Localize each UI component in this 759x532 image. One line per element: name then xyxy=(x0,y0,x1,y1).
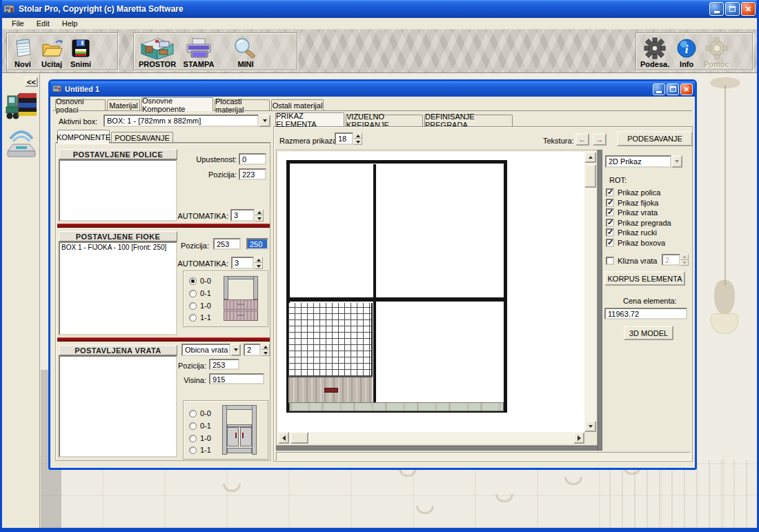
minimize-button[interactable] xyxy=(709,2,724,16)
vrata-radio-group: 0-0 0-1 1-0 1-1 xyxy=(183,400,268,460)
razmera-label: Razmera prikaza: xyxy=(279,137,339,145)
cabinet-vertical-divider xyxy=(373,164,377,403)
vrata-visina-label: Visina: xyxy=(177,376,206,384)
vrata-radio-0-0[interactable] xyxy=(189,410,197,417)
police-automatika-up[interactable] xyxy=(255,209,264,215)
vrata-visina-field[interactable]: 915 xyxy=(209,373,264,384)
document-close-button[interactable]: ✕ xyxy=(680,83,693,95)
cabinet-drawer-grid xyxy=(288,303,373,376)
prikaz-polica-checkbox[interactable] xyxy=(606,188,614,197)
document-maximize-button[interactable] xyxy=(667,83,679,95)
tab-vizuelno-kreiranje[interactable]: VIZUELNO KREIRANJE xyxy=(346,115,423,126)
novi-button[interactable]: Novi xyxy=(11,35,34,68)
ucitaj-button[interactable]: Ucitaj xyxy=(40,35,63,68)
vrata-radio-1-1[interactable] xyxy=(189,446,197,454)
vscroll-up-button[interactable] xyxy=(584,152,596,163)
vertical-splitter[interactable] xyxy=(598,150,602,451)
tab-definisanje-pregrada[interactable]: DEFINISANJE PREGRADA xyxy=(424,115,513,126)
tekstura-prev-button[interactable]: ← xyxy=(575,133,589,146)
vrata-count-down[interactable] xyxy=(261,350,270,356)
fioke-radio-1-1[interactable] xyxy=(189,314,197,322)
prikaz-rucki-label: Prikaz rucki xyxy=(618,228,657,237)
fioke-pozicija-field[interactable]: 253 xyxy=(213,238,241,250)
razmera-down[interactable] xyxy=(353,139,362,145)
fioke-radio-0-0[interactable] xyxy=(189,277,197,285)
tab-plocasti-materijal[interactable]: Plocasti materijal xyxy=(215,99,270,111)
klizna-vrata-checkbox[interactable] xyxy=(606,257,614,265)
razmera-value[interactable]: 18 xyxy=(335,132,353,145)
menu-file[interactable]: File xyxy=(6,19,30,28)
prikaz-fijoka-checkbox[interactable] xyxy=(606,199,614,207)
aktivni-box-arrow[interactable] xyxy=(259,115,270,127)
vrata-count-value[interactable]: 2 xyxy=(244,344,261,356)
forklift-icon[interactable] xyxy=(5,89,38,128)
fioke-automatika-value[interactable]: 3 xyxy=(231,257,254,269)
tab-ostali-materijal[interactable]: Ostali materijal xyxy=(271,99,324,111)
fioke-front-field[interactable]: 250 xyxy=(246,238,268,250)
fioke-radio-1-1-label: 1-1 xyxy=(200,313,211,322)
vscroll-thumb[interactable] xyxy=(584,164,596,188)
snimi-button[interactable]: Snimi xyxy=(69,35,92,68)
vrata-type-arrow[interactable] xyxy=(230,344,241,356)
fioke-radio-0-1[interactable] xyxy=(189,290,197,297)
vrata-count-up[interactable] xyxy=(261,344,270,350)
prikaz-page: Razmera prikaza: 18 Tekstura: ← → PODESA… xyxy=(273,126,693,462)
model-3d-button[interactable]: 3D MODEL xyxy=(624,326,673,340)
close-button[interactable]: ✕ xyxy=(741,2,756,16)
tab-osnovne-komponente[interactable]: Osnovne Komponente xyxy=(141,97,213,111)
hscroll-thumb[interactable] xyxy=(290,432,308,444)
notepad-icon xyxy=(11,37,34,59)
sidebar-collapse-button[interactable]: << xyxy=(25,77,38,87)
tekstura-next-button[interactable]: → xyxy=(593,133,607,146)
tab-komponente[interactable]: KOMPONENTE xyxy=(57,130,110,144)
maximize-button[interactable] xyxy=(725,2,740,16)
canvas-vscrollbar[interactable] xyxy=(584,152,596,432)
police-automatika-down[interactable] xyxy=(255,215,264,221)
fioke-radio-1-0[interactable] xyxy=(189,302,197,310)
prikaz-boxova-checkbox[interactable] xyxy=(606,239,614,247)
aktivni-box-dropdown[interactable]: BOX: 1 - [782mm x 882mm] xyxy=(103,115,270,127)
tab-materijal[interactable]: Materijal xyxy=(107,99,140,111)
podesa-button[interactable]: Podesa. xyxy=(640,35,669,68)
korpus-elementa-button[interactable]: KORPUS ELEMENTA xyxy=(604,271,685,286)
prikaz-rucki-checkbox[interactable] xyxy=(606,228,614,237)
canvas-hscrollbar[interactable] xyxy=(278,432,584,444)
document-minimize-button[interactable] xyxy=(653,83,665,95)
horizontal-splitter[interactable] xyxy=(276,446,598,451)
vrata-listbox[interactable] xyxy=(59,355,177,457)
client-area: << xyxy=(2,73,757,528)
vrata-type-dropdown[interactable]: Obicna vrata xyxy=(181,344,241,356)
prostor-button[interactable]: PROSTOR xyxy=(138,35,177,68)
fioke-list-item[interactable]: BOX 1 - FIJOKA - 100 [Front: 250] xyxy=(61,244,175,251)
tab-osnovni-podaci[interactable]: Osnovni podaci xyxy=(55,99,106,111)
razmera-up[interactable] xyxy=(353,132,362,139)
police-automatika-value[interactable]: 3 xyxy=(230,209,255,221)
view-mode-dropdown[interactable]: 2D Prikaz xyxy=(605,155,682,168)
cena-field[interactable]: 11963.72 xyxy=(604,308,687,319)
tab-prikaz-elementa[interactable]: PRIKAZ ELEMENTA xyxy=(275,112,344,126)
menubar: File Edit Help xyxy=(2,18,757,30)
fioke-automatika-down[interactable] xyxy=(254,263,263,269)
upustenost-field[interactable]: 0 xyxy=(239,153,266,165)
view-mode-arrow[interactable] xyxy=(671,155,682,168)
prikaz-vrata-checkbox[interactable] xyxy=(606,208,614,217)
scanner-icon[interactable] xyxy=(6,128,37,161)
podesavanje-button[interactable]: PODESAVANJE xyxy=(617,131,693,146)
police-pozicija-field[interactable]: 223 xyxy=(239,168,266,180)
menu-help[interactable]: Help xyxy=(57,19,83,28)
fioke-listbox[interactable]: BOX 1 - FIJOKA - 100 [Front: 250] xyxy=(59,242,177,335)
info-button[interactable]: i Info xyxy=(675,35,698,68)
stampa-button[interactable]: STAMPA xyxy=(182,35,215,68)
menu-edit[interactable]: Edit xyxy=(31,19,55,28)
komponente-panel: POSTAVLJENE POLICE Upustenost: 0 Pozicij… xyxy=(55,143,270,461)
vscroll-down-button[interactable] xyxy=(584,421,596,432)
drawing-canvas[interactable] xyxy=(278,152,584,432)
vrata-pozicija-field[interactable]: 253 xyxy=(209,359,239,370)
prikaz-pregrada-checkbox[interactable] xyxy=(606,219,614,227)
vrata-radio-1-0[interactable] xyxy=(189,435,197,442)
mini-button[interactable]: MINI xyxy=(230,35,261,68)
hscroll-left-button[interactable] xyxy=(278,432,289,444)
fioke-automatika-up[interactable] xyxy=(254,257,263,263)
vrata-radio-0-1[interactable] xyxy=(189,422,197,430)
hscroll-right-button[interactable] xyxy=(573,432,584,444)
